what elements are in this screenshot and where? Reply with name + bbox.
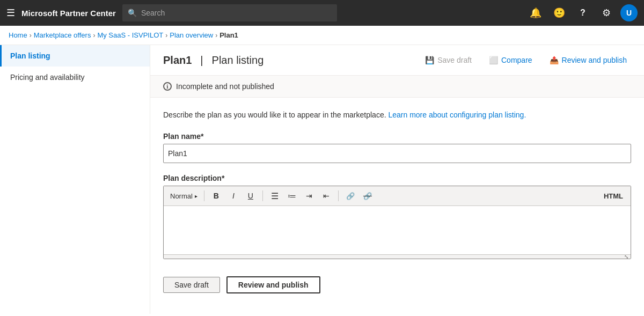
page-plan-name: Plan1 — [163, 54, 192, 67]
page-title-divider: | — [200, 54, 203, 67]
breadcrumb-current: Plan1 — [219, 31, 238, 39]
main-layout: Plan listing Pricing and availability Pl… — [0, 45, 644, 314]
compare-label: Compare — [501, 56, 532, 64]
save-draft-header-label: Save draft — [437, 56, 472, 64]
compare-button[interactable]: ⬜ Compare — [485, 54, 537, 67]
form-area: Describe the plan as you would like it t… — [150, 98, 644, 306]
topnav-icons: 🔔 🙂 ? ⚙ U — [526, 3, 638, 23]
status-icon: ℹ — [163, 82, 172, 91]
form-description-link[interactable]: Learn more about configuring plan listin… — [388, 111, 526, 119]
notification-button[interactable]: 🔔 — [526, 3, 545, 23]
page-subtitle: Plan listing — [212, 54, 264, 67]
rte-toolbar: Normal ▸ B I U ☰ ≔ ⇥ ⇤ 🔗 — [164, 186, 631, 206]
plan-name-input[interactable] — [163, 144, 631, 163]
breadcrumb: Home › Marketplace offers › My SaaS - IS… — [0, 26, 644, 45]
save-draft-icon: 💾 — [425, 56, 434, 64]
rte-outdent-button[interactable]: ⇤ — [319, 188, 334, 203]
avatar[interactable]: U — [620, 4, 638, 21]
save-draft-button[interactable]: Save draft — [163, 277, 220, 293]
hamburger-menu-button[interactable]: ☰ — [6, 7, 15, 19]
compare-icon: ⬜ — [489, 56, 498, 64]
breadcrumb-plan-overview[interactable]: Plan overview — [170, 31, 213, 39]
breadcrumb-sep-3: › — [165, 32, 167, 39]
app-title: Microsoft Partner Center — [21, 9, 116, 18]
plan-description-label: Plan description* — [163, 174, 631, 182]
sidebar-item-plan-listing[interactable]: Plan listing — [0, 45, 150, 67]
form-description-text: Describe the plan as you would like it t… — [163, 111, 386, 119]
review-publish-button[interactable]: Review and publish — [226, 276, 320, 293]
plan-name-field: Plan name* — [163, 132, 631, 163]
breadcrumb-home[interactable]: Home — [9, 31, 27, 39]
breadcrumb-my-saas[interactable]: My SaaS - ISVPILOT — [97, 31, 163, 39]
review-publish-icon: 📤 — [550, 56, 559, 64]
rte-ordered-list-button[interactable]: ☰ — [267, 188, 282, 203]
rte-sep-2 — [262, 190, 263, 201]
breadcrumb-marketplace-offers[interactable]: Marketplace offers — [34, 31, 91, 39]
plan-description-field: Plan description* Normal ▸ B I U ☰ ≔ — [163, 174, 631, 259]
form-actions: Save draft Review and publish — [163, 276, 631, 293]
resize-icon: ⤡ — [624, 254, 628, 260]
header-actions: 💾 Save draft ⬜ Compare 📤 Review and publ… — [421, 54, 631, 67]
settings-button[interactable]: ⚙ — [597, 3, 616, 23]
rte-style-dropdown[interactable]: Normal ▸ — [168, 191, 200, 201]
feedback-button[interactable]: 🙂 — [550, 3, 569, 23]
review-publish-header-label: Review and publish — [562, 56, 627, 64]
rte-style-label: Normal — [170, 192, 193, 200]
search-input[interactable] — [141, 9, 332, 17]
breadcrumb-sep-4: › — [215, 32, 217, 39]
rte-indent-button[interactable]: ⇥ — [302, 188, 317, 203]
rte-sep-1 — [204, 190, 204, 201]
rte-style-caret: ▸ — [195, 193, 197, 199]
status-text: Incomplete and not published — [176, 82, 274, 91]
status-banner: ℹ Incomplete and not published — [150, 76, 644, 98]
save-draft-header-button[interactable]: 💾 Save draft — [421, 54, 476, 67]
rte-link-button[interactable]: 🔗 — [343, 188, 358, 203]
plan-name-label: Plan name* — [163, 132, 631, 141]
rte-bold-button[interactable]: B — [209, 188, 224, 203]
rte-resize-handle[interactable]: ⤡ — [164, 254, 631, 259]
main-content: Plan1 | Plan listing 💾 Save draft ⬜ Comp… — [150, 45, 644, 314]
rte-italic-button[interactable]: I — [226, 188, 241, 203]
page-header: Plan1 | Plan listing 💾 Save draft ⬜ Comp… — [150, 45, 644, 76]
rich-text-editor: Normal ▸ B I U ☰ ≔ ⇥ ⇤ 🔗 — [163, 186, 631, 259]
topnav: ☰ Microsoft Partner Center 🔍 🔔 🙂 ? ⚙ U — [0, 0, 644, 26]
search-bar[interactable]: 🔍 — [122, 4, 337, 21]
form-description: Describe the plan as you would like it t… — [163, 111, 631, 119]
rte-body[interactable] — [164, 206, 631, 254]
rte-sep-3 — [338, 190, 339, 201]
rte-unordered-list-button[interactable]: ≔ — [284, 188, 299, 203]
help-button[interactable]: ? — [573, 3, 592, 23]
search-icon: 🔍 — [128, 9, 137, 17]
sidebar: Plan listing Pricing and availability — [0, 45, 150, 314]
sidebar-item-pricing-availability[interactable]: Pricing and availability — [0, 67, 150, 88]
rte-unlink-button[interactable]: 🔗 — [360, 188, 375, 203]
rte-underline-button[interactable]: U — [243, 188, 258, 203]
review-publish-header-button[interactable]: 📤 Review and publish — [545, 54, 631, 67]
rte-html-label: HTML — [601, 191, 626, 201]
breadcrumb-sep-1: › — [30, 32, 32, 39]
breadcrumb-sep-2: › — [93, 32, 95, 39]
